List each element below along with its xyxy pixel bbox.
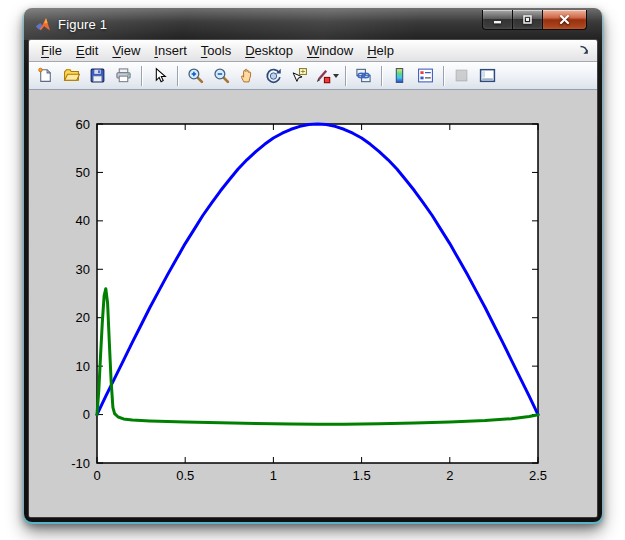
zoom-in-icon [187, 67, 204, 84]
edit-plot-button[interactable] [147, 65, 172, 87]
minimize-icon [492, 14, 503, 25]
insert-colorbar-button[interactable] [387, 65, 412, 87]
menu-bar: FileEditViewInsertToolsDesktopWindowHelp [29, 40, 597, 62]
zoom-out-icon [213, 67, 230, 84]
zoom-in-button[interactable] [183, 65, 208, 87]
hide-plot-tools-button [449, 65, 474, 87]
toolbar-separator [141, 66, 142, 86]
show-plot-tools-icon [479, 67, 496, 84]
pan-icon [239, 67, 256, 84]
y-tick-label: 0 [83, 407, 90, 422]
zoom-out-button[interactable] [209, 65, 234, 87]
open-folder-icon [63, 67, 80, 84]
y-tick-label: 10 [76, 359, 90, 374]
menu-view[interactable]: View [105, 41, 147, 60]
save-icon [89, 67, 106, 84]
figure-window: Figure 1 FileEditViewInsertToolsDesktopW… [24, 8, 602, 522]
toolbar-separator [177, 66, 178, 86]
y-tick-label: 30 [76, 262, 90, 277]
menu-desktop[interactable]: Desktop [238, 41, 300, 60]
x-tick-label: 2.5 [529, 468, 547, 483]
data-cursor-icon [291, 67, 308, 84]
new-figure-button[interactable] [33, 65, 58, 87]
link-plot-button[interactable] [351, 65, 376, 87]
minimize-button[interactable] [482, 10, 513, 30]
y-tick-label: 40 [76, 213, 90, 228]
window-controls [482, 10, 587, 30]
y-tick-label: 20 [76, 310, 90, 325]
plot-svg: 00.511.522.5-100102030405060 [29, 90, 597, 517]
figure-content: FileEditViewInsertToolsDesktopWindowHelp… [29, 40, 597, 517]
x-tick-label: 0 [93, 468, 100, 483]
save-figure-button[interactable] [85, 65, 110, 87]
brush-data-button[interactable] [313, 65, 340, 87]
menu-window[interactable]: Window [300, 41, 360, 60]
toolbar-separator [345, 66, 346, 86]
y-tick-label: 50 [76, 165, 90, 180]
menu-insert[interactable]: Insert [147, 41, 194, 60]
hide-plot-tools-icon [453, 67, 470, 84]
toolbar-separator [381, 66, 382, 86]
figure-canvas: 00.511.522.5-100102030405060 [29, 90, 597, 517]
menu-help[interactable]: Help [360, 41, 401, 60]
toolbar-separator [443, 66, 444, 86]
rotate-3d-icon [265, 67, 282, 84]
colorbar-icon [391, 67, 408, 84]
cursor-icon [151, 67, 168, 84]
y-tick-label: 60 [76, 117, 90, 132]
figure-toolbar [29, 62, 597, 90]
data-cursor-button[interactable] [287, 65, 312, 87]
restore-icon [522, 14, 533, 25]
print-icon [115, 67, 132, 84]
y-tick-label: -10 [71, 456, 90, 471]
x-tick-label: 1.5 [353, 468, 371, 483]
dock-figure-button[interactable] [575, 42, 593, 58]
menu-file[interactable]: File [34, 41, 69, 60]
close-button[interactable] [542, 10, 587, 30]
x-tick-label: 1 [270, 468, 277, 483]
open-file-button[interactable] [59, 65, 84, 87]
link-icon [355, 67, 372, 84]
window-title: Figure 1 [58, 17, 107, 32]
close-icon [559, 14, 570, 25]
menu-edit[interactable]: Edit [69, 41, 105, 60]
x-tick-label: 2 [446, 468, 453, 483]
insert-legend-button[interactable] [413, 65, 438, 87]
brush-icon [314, 67, 331, 84]
print-figure-button[interactable] [111, 65, 136, 87]
legend-icon [417, 67, 434, 84]
chevron-down-icon[interactable] [333, 74, 339, 78]
new-figure-icon [37, 67, 54, 84]
axes-box [97, 124, 538, 463]
rotate-3d-button[interactable] [261, 65, 286, 87]
dock-arrow-icon [578, 44, 590, 56]
x-tick-label: 0.5 [176, 468, 194, 483]
restore-button[interactable] [512, 10, 543, 30]
matlab-icon [35, 16, 51, 32]
menu-tools[interactable]: Tools [194, 41, 238, 60]
show-plot-tools-button[interactable] [475, 65, 500, 87]
pan-button[interactable] [235, 65, 260, 87]
